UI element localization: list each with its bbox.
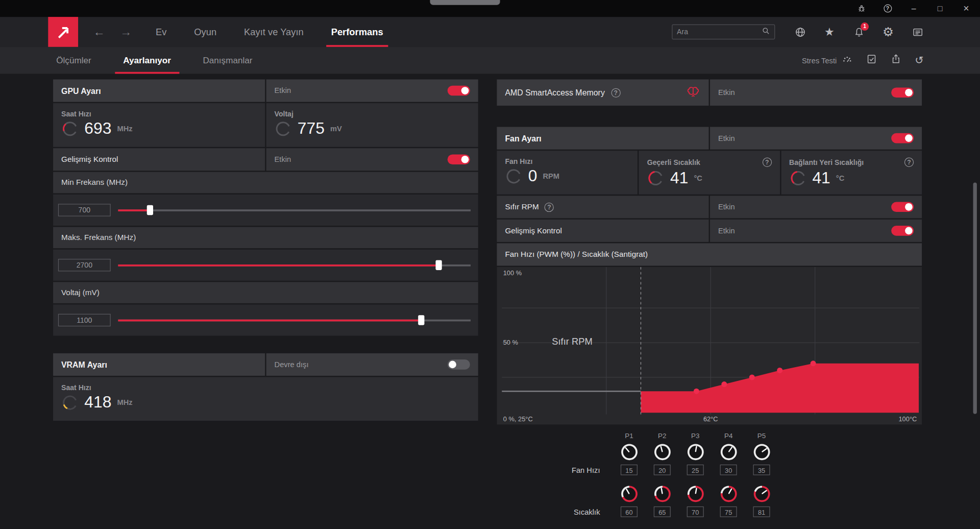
point-header: P1 xyxy=(612,432,646,440)
search-input[interactable] xyxy=(677,28,762,36)
help-icon[interactable]: ? xyxy=(762,158,771,167)
help-icon[interactable]: ? xyxy=(904,158,914,167)
voltage-input[interactable]: 1100 xyxy=(58,314,111,326)
tuning-checklist-icon[interactable] xyxy=(866,54,877,67)
slider-thumb[interactable] xyxy=(418,315,424,325)
gpu-advanced-status: Etkin xyxy=(275,155,291,164)
fan-tuning-toggle[interactable] xyxy=(891,133,914,143)
fan-speed-knob[interactable] xyxy=(687,444,703,460)
temperature-knob[interactable] xyxy=(654,486,670,502)
gpu-advanced-toggle[interactable] xyxy=(448,154,470,164)
fan-speed-value-input[interactable]: 30 xyxy=(720,465,737,475)
panel-layout-icon[interactable] xyxy=(911,26,923,38)
bell-icon[interactable]: 1 xyxy=(852,26,865,38)
fan-speed-knob[interactable] xyxy=(654,444,670,460)
star-icon[interactable]: ★ xyxy=(823,26,836,38)
fan-speed-value-input[interactable]: 25 xyxy=(687,465,704,475)
max-frequency-slider[interactable] xyxy=(118,260,471,270)
help-icon[interactable]: ? xyxy=(883,4,893,14)
gpu-advanced-row: Gelişmiş Kontrol Etkin xyxy=(53,148,478,171)
gear-icon[interactable]: ⚙ xyxy=(882,26,894,38)
curve-point[interactable] xyxy=(811,360,816,366)
temperature-knob[interactable] xyxy=(621,486,638,502)
gauge-icon xyxy=(505,167,522,185)
gpu-metrics-row: Saat Hızı 693 MHz Voltaj xyxy=(53,103,478,147)
fan-speed-value-input[interactable]: 15 xyxy=(621,465,638,475)
search-icon[interactable] xyxy=(762,26,770,37)
curve-point[interactable] xyxy=(749,374,755,380)
temperature-knob[interactable] xyxy=(687,486,703,502)
fan-speed-knob[interactable] xyxy=(753,444,770,460)
tab-advisors[interactable]: Danışmanlar xyxy=(194,47,260,74)
vertical-scrollbar-thumb[interactable] xyxy=(973,183,977,414)
bug-report-icon[interactable] xyxy=(856,4,867,14)
slider-thumb[interactable] xyxy=(146,205,153,215)
gpu-voltage-label: Voltaj xyxy=(275,110,293,118)
temperature-value-input[interactable]: 81 xyxy=(753,507,770,517)
min-frequency-input[interactable]: 700 xyxy=(58,204,111,216)
close-icon[interactable]: × xyxy=(961,4,971,14)
junction-temp-value: 41 xyxy=(812,168,830,187)
temperature-value-input[interactable]: 65 xyxy=(654,507,671,517)
nav-item-performance[interactable]: Performans xyxy=(317,17,397,47)
temperature-value-input[interactable]: 70 xyxy=(687,507,704,517)
help-icon[interactable]: ? xyxy=(611,88,620,97)
gpu-clock-value: 693 xyxy=(84,119,111,138)
minimize-icon[interactable]: – xyxy=(909,4,919,14)
reset-defaults-icon[interactable]: ↺ xyxy=(915,55,923,66)
gpu-card-header: GPU Ayarı Etkin xyxy=(53,80,478,102)
gpu-clock-metric: Saat Hızı 693 MHz xyxy=(53,103,265,147)
nav-item-gaming[interactable]: Oyun xyxy=(180,17,230,47)
nav-item-home[interactable]: Ev xyxy=(142,17,180,47)
max-frequency-input[interactable]: 2700 xyxy=(58,259,111,271)
min-frequency-slider[interactable] xyxy=(118,205,471,215)
gpu-tuning-toggle[interactable] xyxy=(448,86,470,96)
stress-test-label: Stres Testi xyxy=(802,56,837,65)
fan-curve-chart[interactable]: 100 % 50 % Sıfır RPM 0 %, 25°C 62°C 100°… xyxy=(497,267,922,425)
amd-radeon-logo[interactable] xyxy=(48,17,78,47)
sam-toggle[interactable] xyxy=(891,87,914,98)
gpu-column: GPU Ayarı Etkin Saat Hızı 693 MHz xyxy=(53,80,478,517)
export-profile-icon[interactable] xyxy=(891,54,901,67)
screen-notch xyxy=(430,0,500,5)
brain-icon xyxy=(685,86,700,99)
temperature-knob[interactable] xyxy=(753,486,770,502)
stress-test-button[interactable]: Stres Testi xyxy=(802,54,852,66)
fan-advanced-toggle[interactable] xyxy=(891,226,914,236)
vram-clock-unit: MHz xyxy=(117,398,132,406)
temperature-value-input[interactable]: 75 xyxy=(720,507,737,517)
back-icon[interactable]: ← xyxy=(93,17,105,47)
nav-item-streaming[interactable]: Kayıt ve Yayın xyxy=(230,17,317,47)
gauge-icon xyxy=(789,169,806,186)
temperature-knob[interactable] xyxy=(720,486,737,502)
point-header: P2 xyxy=(646,432,679,440)
search-box[interactable] xyxy=(672,25,775,39)
fan-speed-row-label: Fan Hızı xyxy=(497,466,612,474)
temperature-value-input[interactable]: 60 xyxy=(621,507,638,517)
notification-badge: 1 xyxy=(861,22,869,31)
zero-rpm-label: Sıfır RPM xyxy=(505,203,538,211)
gauge-icon xyxy=(647,169,665,186)
tab-tuning[interactable]: Ayarlanıyor xyxy=(115,47,179,74)
tab-metrics[interactable]: Ölçümler xyxy=(48,47,99,74)
fan-speed-metric: Fan Hızı 0 RPM xyxy=(497,151,638,195)
zero-rpm-toggle[interactable] xyxy=(891,202,914,212)
app-window: ? – □ × ← → Ev Oyun Kayıt ve Yayın Perfo… xyxy=(0,0,980,529)
slider-thumb[interactable] xyxy=(436,260,442,270)
fan-speed-unit: RPM xyxy=(543,172,559,180)
voltage-slider[interactable] xyxy=(118,315,471,325)
vram-clock-value: 418 xyxy=(84,393,111,412)
max-frequency-section-label: Maks. Frekans (MHz) xyxy=(53,227,478,248)
fan-speed-value-input[interactable]: 20 xyxy=(654,465,671,475)
curve-point[interactable] xyxy=(777,368,782,373)
maximize-icon[interactable]: □ xyxy=(935,4,945,14)
fan-speed-knob[interactable] xyxy=(720,444,737,460)
globe-icon[interactable] xyxy=(794,26,806,38)
help-icon[interactable]: ? xyxy=(545,202,554,211)
fan-speed-value-input[interactable]: 35 xyxy=(753,465,770,475)
curve-point[interactable] xyxy=(721,381,727,387)
forward-icon[interactable]: → xyxy=(120,17,132,47)
fan-speed-knob[interactable] xyxy=(621,444,638,460)
vram-tuning-toggle[interactable] xyxy=(448,359,470,370)
curve-point[interactable] xyxy=(694,389,699,394)
